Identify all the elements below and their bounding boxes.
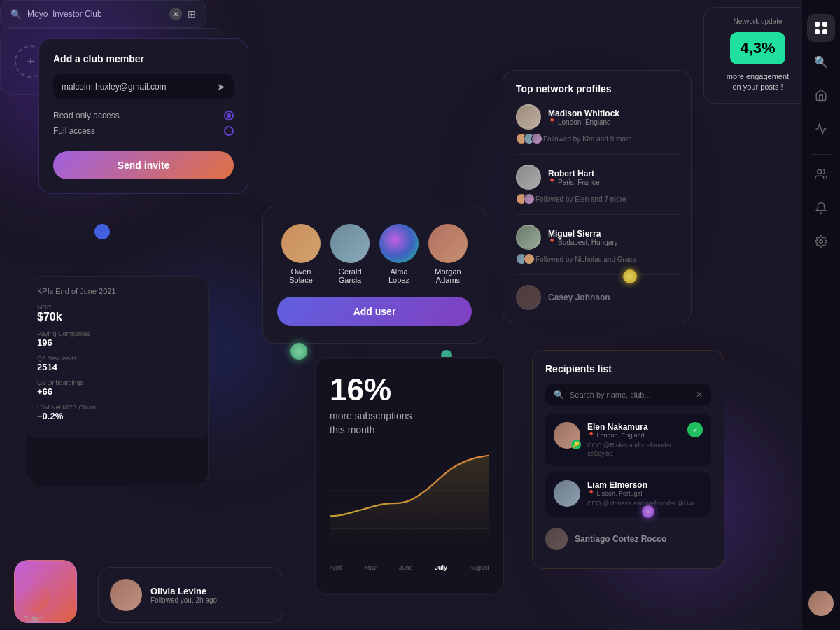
glow-orb-center xyxy=(290,343,307,360)
avatar-madison[interactable] xyxy=(516,104,541,130)
filter-button[interactable]: ⊞ xyxy=(188,8,196,20)
svg-point-5 xyxy=(818,169,822,174)
settings-icon xyxy=(815,235,827,248)
micro-avatar-3 xyxy=(531,133,542,144)
home-icon xyxy=(815,89,827,102)
search-icon-r: 🔍 xyxy=(554,390,564,400)
profile-location-madison: 📍London, England xyxy=(548,118,678,126)
recipient-item-elen[interactable]: 🔑 Elen Nakamura 📍 London, England COO @R… xyxy=(545,414,711,466)
kpi-leads: Q2 New leads 2514 xyxy=(37,355,198,372)
subs-chart xyxy=(330,448,489,546)
avatar-santiago xyxy=(545,528,568,550)
avatar-morgan[interactable] xyxy=(428,224,468,263)
user-name-alma: AlmaLopez xyxy=(388,267,410,284)
user-item-morgan: MorganAdams xyxy=(428,224,468,284)
recipient-name-elen: Elen Nakamura xyxy=(587,422,680,432)
sidebar-user-avatar[interactable] xyxy=(808,591,834,616)
subs-description: more subscriptionsthis month xyxy=(330,410,489,437)
full-access-row: Full access xyxy=(53,126,234,136)
month-june: June xyxy=(399,564,413,571)
recipients-search-input[interactable] xyxy=(570,391,690,399)
recipient-item-liam[interactable]: Liam Elmerson 📍 Lisbon, Portugal CEO @Mo… xyxy=(545,472,711,517)
olivia-levine-sub: Followed you, 2h ago xyxy=(150,596,217,604)
user-name-morgan: MorganAdams xyxy=(435,267,461,284)
avatar-robert[interactable] xyxy=(516,164,541,190)
network-update-percent: 4,3% xyxy=(730,32,785,64)
followed-text-madison: Followed by Kim and 9 more xyxy=(543,135,632,143)
recipient-info-liam: Liam Elmerson 📍 Lisbon, Portugal CEO @Mo… xyxy=(587,480,703,508)
email-input[interactable] xyxy=(62,82,217,92)
network-profiles-card: Top network profiles Madison Whitlock 📍L… xyxy=(503,70,692,323)
search-icon: 🔍 xyxy=(10,9,22,20)
search-input[interactable] xyxy=(27,9,164,19)
avatar-miguel[interactable] xyxy=(516,225,541,250)
full-access-label: Full access xyxy=(53,126,95,136)
user-name-owen: OwenSolace xyxy=(289,267,313,284)
recipients-clear-icon[interactable]: ✕ xyxy=(696,390,703,400)
recipient-name-liam: Liam Elmerson xyxy=(587,480,703,490)
user-name-gerald: GeraldGarcia xyxy=(338,267,361,284)
add-user-button[interactable]: Add user xyxy=(277,297,472,326)
profile-top-robert: Robert Hart 📍Paris, France xyxy=(516,164,678,190)
avatar-elen: 🔑 xyxy=(554,422,580,449)
profile-followed-robert: Followed by Elen and 7 more xyxy=(516,193,678,204)
mrr-card: MRR End of June 2021 +16% MoM 2020 Q3 KP… xyxy=(27,276,209,486)
recipients-search-bar: 🔍 ✕ xyxy=(545,384,711,405)
network-update-desc: more engagementon your posts ! xyxy=(714,71,802,93)
sidebar-nav-home[interactable] xyxy=(807,81,835,109)
kpi-overlay: KPIs End of June 2021 MRR $70k Paying Co… xyxy=(27,277,208,438)
profile-followed-miguel: Followed by Nicholas and Grace xyxy=(516,253,678,265)
subs-chart-area xyxy=(330,448,489,560)
kpi-companies: Paying Companies 196 xyxy=(37,330,198,348)
clear-search-button[interactable]: ✕ xyxy=(169,8,182,20)
olivia-levine-info: Olivia Levine Followed you, 2h ago xyxy=(150,586,217,604)
location-icon: 📍 xyxy=(548,118,556,125)
sidebar-nav-users[interactable] xyxy=(807,160,835,188)
sidebar-nav-grid[interactable] xyxy=(807,14,835,42)
search-bar-card: 🔍 ✕ ⊞ xyxy=(0,0,206,28)
users-row: OwenSolace GeraldGarcia AlmaLopez Morgan… xyxy=(277,224,472,284)
profile-top-madison: Madison Whitlock 📍London, England xyxy=(516,104,678,130)
avatar-alma[interactable] xyxy=(379,224,419,263)
micro-avatar-m2 xyxy=(524,253,535,265)
kpi-label-mrr: MRR xyxy=(37,304,198,311)
profile-location-miguel: 📍Budapest, Hungary xyxy=(548,239,678,246)
kpi-value-mrr: $70k xyxy=(37,311,198,323)
micro-avatar-r2 xyxy=(524,193,535,204)
recipient-location-elen: 📍 London, England xyxy=(587,432,680,439)
profile-info-miguel: Miguel Sierra 📍Budapest, Hungary xyxy=(548,229,678,246)
location-icon-m: 📍 xyxy=(548,239,556,246)
profile-name-casey: Casey Johnson xyxy=(548,293,610,302)
avatar-owen[interactable] xyxy=(281,224,321,263)
profile-item-miguel: Miguel Sierra 📍Budapest, Hungary Followe… xyxy=(516,225,678,275)
profile-name-miguel: Miguel Sierra xyxy=(548,229,678,239)
recipient-role-elen: COO @Riskrs and co-founder @Soyiba xyxy=(587,442,680,458)
followed-avatars-r xyxy=(516,193,531,204)
avatar-ruben[interactable] xyxy=(18,580,50,612)
sidebar-nav-settings[interactable] xyxy=(807,227,835,255)
profile-location-robert: 📍Paris, France xyxy=(548,178,678,186)
network-update-label: Network update xyxy=(714,18,802,25)
sidebar: 🔍 xyxy=(802,0,840,630)
read-only-radio[interactable] xyxy=(224,111,234,120)
recipient-check-elen[interactable]: ✓ xyxy=(687,422,703,438)
sidebar-nav-search[interactable]: 🔍 xyxy=(807,48,835,76)
ruben-name: Ruben xyxy=(23,615,43,623)
profile-item-casey-partial: Casey Johnson xyxy=(516,285,678,310)
users-card: OwenSolace GeraldGarcia AlmaLopez Morgan… xyxy=(262,206,486,344)
send-invite-button[interactable]: Send invite xyxy=(53,151,234,179)
recipient-item-santiago-partial: Santiago Cortez Rocco xyxy=(545,522,711,556)
avatar-casey xyxy=(516,285,541,310)
glow-orb-purple2 xyxy=(642,505,654,518)
avatar-olivia-levine[interactable] xyxy=(110,579,142,611)
avatar-gerald[interactable] xyxy=(330,224,370,263)
full-access-radio[interactable] xyxy=(224,126,234,136)
user-item-owen: OwenSolace xyxy=(281,224,321,284)
sidebar-nav-bell[interactable] xyxy=(807,194,835,222)
subs-months: April May June July August xyxy=(330,564,489,571)
user-item-alma: AlmaLopez xyxy=(379,224,419,284)
bell-icon xyxy=(815,202,827,214)
recipient-name-santiago: Santiago Cortez Rocco xyxy=(575,534,666,544)
sidebar-nav-chart[interactable] xyxy=(807,115,835,143)
recipient-location-liam: 📍 Lisbon, Portugal xyxy=(587,490,703,497)
